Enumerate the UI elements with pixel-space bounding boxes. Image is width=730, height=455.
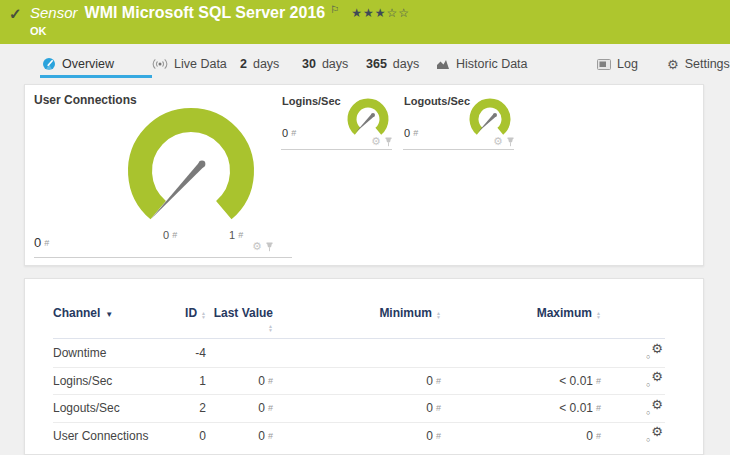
logins-gauge-controls: ⚙ bbox=[371, 136, 393, 147]
sensor-title: WMI Microsoft SQL Server 2016 bbox=[85, 4, 326, 22]
channel-name[interactable]: Logouts/Sec bbox=[53, 401, 181, 415]
tab-live-data[interactable]: Live Data bbox=[152, 44, 227, 84]
column-header-minimum[interactable]: Minimum▲▼ bbox=[273, 307, 441, 320]
tab-2-days[interactable]: 2 days bbox=[240, 44, 279, 84]
logouts-gauge bbox=[467, 97, 515, 141]
widget-pin-icon[interactable] bbox=[265, 242, 274, 252]
tab-2-days-word: days bbox=[253, 57, 279, 71]
object-kind-label: Sensor bbox=[30, 4, 78, 21]
channel-id: 0 bbox=[181, 429, 206, 443]
logouts-gauge-widget: Logouts/Sec 0# ⚙ bbox=[403, 91, 515, 157]
sort-icon: ▲▼ bbox=[596, 311, 601, 319]
column-header-channel[interactable]: Channel▼ bbox=[53, 307, 181, 321]
tab-365-days-number: 365 bbox=[366, 57, 387, 71]
channels-table: Channel▼ ID▲▼ Last Value▲▼ Minimum▲▼ Max… bbox=[53, 297, 665, 449]
status-ok-check-icon: ✓ bbox=[9, 5, 22, 23]
channel-last-value bbox=[206, 346, 273, 360]
channel-maximum: < 0.01# bbox=[441, 401, 601, 415]
channel-maximum bbox=[441, 346, 601, 360]
widget-pin-icon[interactable] bbox=[506, 137, 515, 147]
channels-table-header: Channel▼ ID▲▼ Last Value▲▼ Minimum▲▼ Max… bbox=[53, 297, 665, 339]
live-broadcast-icon bbox=[152, 58, 168, 70]
widget-pin-icon[interactable] bbox=[384, 137, 393, 147]
tab-log[interactable]: Log bbox=[597, 44, 638, 84]
channel-id: 2 bbox=[181, 401, 206, 415]
tab-overview-label: Overview bbox=[62, 57, 114, 71]
logouts-gauge-title: Logouts/Sec bbox=[404, 95, 470, 107]
flag-icon[interactable]: ⚐ bbox=[330, 4, 339, 15]
channel-id: -4 bbox=[181, 346, 206, 360]
tab-log-label: Log bbox=[617, 57, 638, 71]
tab-settings-label: Settings bbox=[685, 57, 730, 71]
logouts-gauge-value: 0# bbox=[404, 127, 418, 139]
tab-365-days[interactable]: 365 days bbox=[366, 44, 419, 84]
overview-gauges-panel: User Connections 0# 1# 0# ⚙ Logins/Sec bbox=[24, 84, 704, 266]
logouts-gauge-controls: ⚙ bbox=[493, 136, 515, 147]
logins-gauge-divider bbox=[281, 149, 392, 150]
sort-icon: ▲▼ bbox=[268, 324, 273, 332]
channel-name[interactable]: Downtime bbox=[53, 346, 181, 360]
active-tab-indicator bbox=[40, 75, 152, 78]
logins-gauge-title: Logins/Sec bbox=[282, 95, 341, 107]
channel-name[interactable]: Logins/Sec bbox=[53, 374, 181, 388]
main-gauge-divider bbox=[34, 257, 292, 258]
channel-minimum: 0# bbox=[273, 401, 441, 415]
column-header-id[interactable]: ID▲▼ bbox=[181, 307, 206, 320]
tab-30-days[interactable]: 30 days bbox=[302, 44, 348, 84]
channel-name[interactable]: User Connections bbox=[53, 429, 181, 443]
channel-minimum bbox=[273, 346, 441, 360]
channel-last-value: 0# bbox=[206, 401, 273, 415]
gauge-icon bbox=[42, 57, 56, 71]
channel-minimum: 0# bbox=[273, 374, 441, 388]
widget-gear-icon[interactable]: ⚙ bbox=[252, 241, 262, 252]
channel-settings-icon[interactable]: ⚙○ bbox=[646, 428, 663, 443]
main-gauge-controls: ⚙ bbox=[252, 241, 274, 252]
main-gauge-value: 0# bbox=[34, 235, 49, 250]
column-header-last-value[interactable]: Last Value▲▼ bbox=[206, 307, 273, 333]
channel-settings-icon[interactable]: ⚙○ bbox=[646, 345, 663, 360]
channel-id: 1 bbox=[181, 374, 206, 388]
tab-live-data-label: Live Data bbox=[174, 57, 227, 71]
sort-desc-icon: ▼ bbox=[105, 310, 113, 319]
channels-table-panel: Channel▼ ID▲▼ Last Value▲▼ Minimum▲▼ Max… bbox=[24, 278, 704, 455]
channel-maximum: < 0.01# bbox=[441, 374, 601, 388]
tab-overview[interactable]: Overview bbox=[42, 44, 114, 84]
table-row-logouts-sec: Logouts/Sec 2 0# 0# < 0.01# ⚙○ bbox=[53, 394, 665, 422]
table-row-logins-sec: Logins/Sec 1 0# 0# < 0.01# ⚙○ bbox=[53, 367, 665, 395]
tab-2-days-number: 2 bbox=[240, 57, 247, 71]
tab-30-days-word: days bbox=[322, 57, 348, 71]
table-row-downtime: Downtime -4 ⚙○ bbox=[53, 339, 665, 367]
sensor-page: ✓ Sensor WMI Microsoft SQL Server 2016 ⚐… bbox=[0, 0, 730, 455]
tab-historic-data[interactable]: Historic Data bbox=[436, 44, 528, 84]
channel-maximum: 0# bbox=[441, 429, 601, 443]
channel-settings-icon[interactable]: ⚙○ bbox=[646, 373, 663, 388]
tab-30-days-number: 30 bbox=[302, 57, 316, 71]
channel-last-value: 0# bbox=[206, 429, 273, 443]
table-row-user-connections: User Connections 0 0# 0# 0# ⚙○ bbox=[53, 422, 665, 450]
tab-settings[interactable]: ⚙ Settings bbox=[667, 44, 730, 84]
column-header-maximum[interactable]: Maximum▲▼ bbox=[441, 307, 601, 320]
log-window-icon bbox=[597, 59, 611, 70]
logouts-gauge-divider bbox=[403, 149, 514, 150]
channel-minimum: 0# bbox=[273, 429, 441, 443]
user-connections-gauge bbox=[121, 97, 271, 232]
main-gauge-max-label: 1# bbox=[229, 229, 243, 241]
area-chart-icon bbox=[436, 58, 450, 70]
tab-historic-data-label: Historic Data bbox=[456, 57, 528, 71]
priority-stars[interactable]: ★★★☆☆ bbox=[351, 6, 410, 20]
tab-365-days-word: days bbox=[393, 57, 419, 71]
channel-settings-icon[interactable]: ⚙○ bbox=[646, 401, 663, 416]
sensor-header: ✓ Sensor WMI Microsoft SQL Server 2016 ⚐… bbox=[0, 0, 730, 44]
logins-gauge-value: 0# bbox=[282, 127, 296, 139]
sensor-status-badge: OK bbox=[30, 25, 47, 37]
channel-last-value: 0# bbox=[206, 374, 273, 388]
widget-gear-icon[interactable]: ⚙ bbox=[493, 136, 503, 147]
logins-gauge bbox=[345, 97, 393, 141]
tab-bar: Overview Live Data 2 days 30 days 365 bbox=[0, 44, 730, 84]
settings-gear-icon: ⚙ bbox=[667, 58, 679, 71]
widget-gear-icon[interactable]: ⚙ bbox=[371, 136, 381, 147]
logins-gauge-widget: Logins/Sec 0# ⚙ bbox=[281, 91, 393, 157]
main-gauge-min-label: 0# bbox=[163, 229, 177, 241]
